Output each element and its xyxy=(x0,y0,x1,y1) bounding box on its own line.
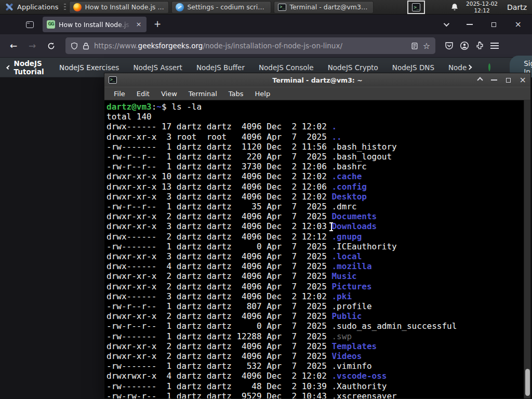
forward-button[interactable]: → xyxy=(24,38,41,54)
terminal-ls-row: drwx------ 4 dartz dartz 4096 Apr 7 2025… xyxy=(107,261,522,271)
applications-label: Applications xyxy=(17,3,58,11)
terminal-ls-row: -rw-r--r-- 1 dartz dartz 220 Apr 7 2025 … xyxy=(107,152,522,162)
menu-tabs[interactable]: Tabs xyxy=(223,88,249,99)
terminal-icon: >_ xyxy=(278,4,286,11)
terminal-ls-row: drwx------ 3 dartz dartz 4096 Dec 2 12:0… xyxy=(107,291,522,301)
list-all-tabs-chevron-icon[interactable] xyxy=(443,21,449,26)
lock-icon[interactable] xyxy=(83,42,89,50)
terminal-ls-row: drwxr-xr-x 3 dartz dartz 4096 Dec 2 12:0… xyxy=(107,221,522,231)
desktop: Applications How to Install Node.js o...… xyxy=(0,0,532,399)
subnav-item-assert[interactable]: NodeJS Assert xyxy=(133,63,182,72)
terminal-ls-row: -rw------- 1 dartz dartz 0 Apr 7 2025 .I… xyxy=(107,242,522,251)
clock-applet[interactable]: 2025-12-02 12:12 xyxy=(466,1,498,14)
mouse-ibeam-cursor xyxy=(329,222,334,231)
new-tab-button[interactable]: + xyxy=(151,18,164,31)
taskbar-button-terminal[interactable]: >_ Terminal - dartz@vm3: ~ xyxy=(274,1,374,14)
subnav-item-buffer[interactable]: NodeJS Buffer xyxy=(196,63,245,72)
terminal-icon: >_ xyxy=(412,3,420,11)
reload-button[interactable] xyxy=(43,38,59,54)
subnav-item-exercises[interactable]: NodeJS Exercises xyxy=(59,63,119,72)
terminal-ls-row: drwxr-xr-x 2 dartz dartz 4096 Apr 7 2025… xyxy=(107,282,522,291)
top-panel: Applications How to Install Node.js o...… xyxy=(0,0,532,15)
subnav-item-dns[interactable]: NodeJS DNS xyxy=(392,63,434,72)
subnav-label: NodeJS Tutorial xyxy=(14,59,46,76)
terminal-ls-row: drwx------ 2 dartz dartz 4096 Dec 2 12:1… xyxy=(107,232,522,242)
menu-help[interactable]: Help xyxy=(250,88,276,99)
subnav-item-console[interactable]: NodeJS Console xyxy=(259,63,314,72)
app-menu-hamburger-icon[interactable] xyxy=(490,43,499,49)
tab-close-icon[interactable]: × xyxy=(134,20,143,29)
terminal-ls-row: -rw-r--r-- 1 dartz dartz 3730 Dec 2 12:0… xyxy=(107,162,522,171)
chevron-left-icon xyxy=(6,65,10,69)
terminal-ls-row: -rw-rw-r-- 1 dartz dartz 9529 Dec 2 10:4… xyxy=(107,391,522,398)
subnav-item-crypto[interactable]: NodeJS Crypto xyxy=(328,63,378,72)
subnav-item-overflow[interactable]: Node xyxy=(448,63,471,72)
terminal-ls-row: -rw------- 1 dartz dartz 1120 Dec 2 11:5… xyxy=(107,142,522,152)
search-icon[interactable] xyxy=(488,63,490,71)
scrollbar-thumb[interactable] xyxy=(525,369,530,396)
terminal-ls-row: drwxr-xr-x 13 dartz dartz 4096 Dec 2 12:… xyxy=(107,182,522,192)
tracking-shield-icon[interactable] xyxy=(71,42,78,50)
terminal-ls-row: -rw-r--r-- 1 dartz dartz 0 Apr 7 2025 .s… xyxy=(107,321,522,331)
taskbar-label: Settings - codium script... xyxy=(187,3,267,11)
back-button[interactable]: ← xyxy=(5,38,22,54)
terminal-ls-row: drwxr-xr-x 2 dartz dartz 4096 Apr 7 2025… xyxy=(107,351,522,361)
applications-menu-button[interactable]: Applications xyxy=(0,0,63,14)
terminal-ls-row: drwxr-xr-x 2 dartz dartz 4096 Apr 7 2025… xyxy=(107,311,522,321)
subnav-back-item[interactable]: NodeJS Tutorial xyxy=(7,59,45,76)
system-tray: 2025-12-02 12:12 Dartz xyxy=(450,1,532,14)
taskbar-button-codium-settings[interactable]: Settings - codium script... xyxy=(171,1,271,14)
toolbar-right-icons xyxy=(442,41,499,50)
terminal-ls-row: drwxr-xr-x 3 root root 4096 Apr 7 2025 .… xyxy=(107,132,522,142)
window-minimize-button[interactable] xyxy=(467,24,473,25)
terminal-ls-row: drwxr-xr-x 10 dartz dartz 4096 Dec 2 12:… xyxy=(107,171,522,181)
pocket-icon[interactable] xyxy=(445,42,454,50)
taskbar-label: How to Install Node.js o... xyxy=(85,3,165,11)
terminal-total-line: total 140 xyxy=(107,112,522,122)
terminal-content[interactable]: dartz@vm3:~$ ls -latotal 140drwx------ 1… xyxy=(104,100,530,398)
tab-active[interactable]: GG How to Install Node.js on × xyxy=(43,17,147,32)
terminal-ls-row: -rw------- 1 dartz dartz 48 Dec 2 10:39 … xyxy=(107,381,522,391)
menu-terminal[interactable]: Terminal xyxy=(183,88,222,99)
terminal-maximize-button[interactable] xyxy=(506,78,511,83)
url-text: https://www.geeksforgeeks.org/node-js/in… xyxy=(94,42,406,50)
window-maximize-button[interactable] xyxy=(491,22,496,27)
menu-edit[interactable]: Edit xyxy=(131,88,155,99)
tab-title: How to Install Node.js on xyxy=(59,21,130,29)
reader-mode-icon[interactable] xyxy=(411,42,418,50)
extensions-puzzle-icon[interactable] xyxy=(475,42,484,50)
terminal-window: >_ Terminal - dartz@vm3: ~ × File Edit V… xyxy=(104,73,531,399)
taskbar-label: Terminal - dartz@vm3: ~ xyxy=(289,3,369,11)
terminal-launcher-focused[interactable]: >_ xyxy=(407,1,425,14)
terminal-shade-button[interactable] xyxy=(477,77,483,83)
terminal-scrollbar[interactable] xyxy=(524,100,530,398)
terminal-ls-row: drwxr-xr-x 3 dartz dartz 4096 Dec 2 12:0… xyxy=(107,192,522,202)
terminal-ls-row: -rw------- 1 dartz dartz 532 Apr 7 2025 … xyxy=(107,361,522,371)
terminal-ls-row: -rw-r--r-- 1 dartz dartz 35 Apr 7 2025 .… xyxy=(107,202,522,211)
terminal-menubar: File Edit View Terminal Tabs Help xyxy=(104,87,530,100)
taskbar-button-firefox[interactable]: How to Install Node.js o... xyxy=(69,1,169,14)
session-user-label[interactable]: Dartz xyxy=(505,3,527,11)
reload-icon xyxy=(47,42,55,50)
clock-date: 2025-12-02 xyxy=(466,1,498,7)
menu-file[interactable]: File xyxy=(109,88,130,99)
bookmark-star-icon[interactable]: ☆ xyxy=(423,41,430,51)
terminal-icon: >_ xyxy=(109,76,117,84)
terminal-minimize-button[interactable] xyxy=(491,79,497,81)
geeksforgeeks-favicon: GG xyxy=(47,20,55,29)
firefox-view-icon xyxy=(26,21,34,28)
tab-bar: GG How to Install Node.js on × + × xyxy=(0,15,532,34)
panel-separator-handle xyxy=(64,4,66,11)
terminal-ls-row: drwxrwxr-x 4 dartz dartz 4096 Dec 2 12:0… xyxy=(107,371,522,381)
terminal-titlebar[interactable]: >_ Terminal - dartz@vm3: ~ × xyxy=(104,73,530,87)
notifications-bell-icon[interactable] xyxy=(450,3,459,11)
window-close-button[interactable]: × xyxy=(515,21,522,28)
clock-time: 12:12 xyxy=(466,7,498,14)
menu-view[interactable]: View xyxy=(156,88,182,99)
terminal-output: dartz@vm3:~$ ls -latotal 140drwx------ 1… xyxy=(107,102,522,398)
firefox-view-button[interactable] xyxy=(22,18,37,31)
firefox-icon xyxy=(73,3,82,11)
terminal-close-button[interactable]: × xyxy=(520,76,526,84)
url-bar[interactable]: https://www.geeksforgeeks.org/node-js/in… xyxy=(65,37,435,54)
account-icon[interactable] xyxy=(460,41,469,50)
